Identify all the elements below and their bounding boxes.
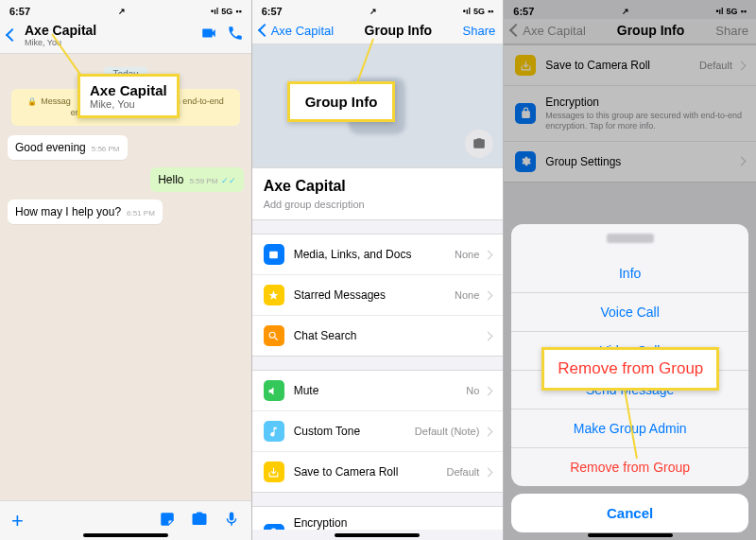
- share-button[interactable]: Share: [463, 24, 496, 38]
- action-remove-from-group[interactable]: Remove from Group: [511, 448, 748, 486]
- chevron-right-icon: [484, 290, 493, 300]
- navbar: Axe Capital Group Info Share: [504, 19, 756, 44]
- home-indicator[interactable]: [335, 533, 420, 537]
- chat-search-row[interactable]: Chat Search: [252, 316, 504, 356]
- outgoing-message[interactable]: Hello5:59 PM ✓✓: [150, 167, 244, 192]
- group-name[interactable]: Axe Capital: [252, 168, 504, 199]
- read-receipt-icon: ✓✓: [221, 176, 236, 185]
- incoming-message[interactable]: How may I help you?6:51 PM: [8, 200, 163, 224]
- video-call-button[interactable]: [200, 25, 217, 45]
- message-row: Hello5:59 PM ✓✓: [8, 167, 244, 192]
- chevron-right-icon: [484, 250, 493, 259]
- message-row: How may I help you?6:51 PM: [8, 196, 244, 228]
- mute-row[interactable]: MuteNo: [252, 371, 504, 411]
- encryption-row: EncryptionMessages to this group are sec…: [504, 86, 756, 142]
- status-indicators: •ıl 5G ▪▪: [211, 7, 242, 16]
- voice-call-button[interactable]: [227, 25, 244, 45]
- callout: Group Info: [287, 81, 396, 122]
- chat-title[interactable]: Axe Capital: [25, 23, 96, 38]
- group-settings-row: Group Settings: [504, 142, 756, 182]
- status-bar: 6:57↗ •ıl 5G ▪▪: [0, 0, 251, 19]
- chevron-right-icon: [484, 386, 493, 395]
- chevron-left-icon: [6, 28, 19, 42]
- screen-actionsheet: 6:57↗ •ıl 5G ▪▪ Axe Capital Group Info S…: [504, 0, 756, 540]
- camera-button[interactable]: [465, 130, 493, 158]
- chevron-right-icon: [484, 467, 493, 477]
- incoming-message[interactable]: Good evening5:56 PM: [8, 135, 128, 160]
- back-button[interactable]: Axe Capital: [260, 24, 334, 38]
- status-time: 6:57: [9, 6, 30, 17]
- callout: Remove from Group: [541, 347, 719, 391]
- encryption-section: EncryptionMessages to this group are sec…: [252, 506, 504, 530]
- screen-group-info: 6:57↗ •ıl 5G ▪▪ Axe Capital Group Info S…: [252, 0, 505, 540]
- back-label: Axe Capital: [271, 24, 334, 38]
- chevron-right-icon: [484, 427, 493, 436]
- camera-button[interactable]: [191, 511, 208, 531]
- message-row: Good evening5:56 PM: [8, 131, 244, 164]
- status-indicators: •ıl 5G ▪▪: [715, 7, 747, 16]
- save-icon: [515, 55, 536, 76]
- media-section: Media, Links, and DocsNone Starred Messa…: [252, 234, 504, 357]
- status-bar: 6:57↗ •ıl 5G ▪▪: [252, 0, 504, 19]
- callout: Axe Capital Mike, You: [77, 74, 180, 118]
- back-button: Axe Capital: [511, 24, 585, 38]
- save-camera-roll-row: Save to Camera RollDefault: [504, 45, 756, 86]
- status-time: 6:57: [262, 6, 283, 17]
- starred-messages-row[interactable]: Starred MessagesNone: [252, 275, 504, 316]
- callout-title: Axe Capital: [90, 82, 167, 98]
- lock-icon: [515, 103, 536, 124]
- page-title: Group Info: [617, 23, 685, 38]
- encryption-row[interactable]: EncryptionMessages to this group are sec…: [252, 507, 504, 530]
- action-info[interactable]: Info: [511, 254, 748, 293]
- media-links-docs-row[interactable]: Media, Links, and DocsNone: [252, 235, 504, 275]
- page-title: Group Info: [365, 23, 433, 38]
- chevron-right-icon: [737, 61, 747, 70]
- star-icon: [264, 285, 284, 305]
- callout-title: Remove from Group: [558, 359, 703, 377]
- home-indicator[interactable]: [588, 533, 673, 537]
- chevron-left-icon: [258, 24, 271, 37]
- media-icon: [264, 244, 284, 265]
- cancel-button[interactable]: Cancel: [511, 494, 748, 532]
- actionsheet-header: [511, 224, 748, 254]
- navbar: Axe Capital Mike, You: [0, 19, 251, 54]
- lock-icon: 🔒: [27, 97, 37, 106]
- status-time: 6:57: [513, 6, 534, 17]
- chevron-right-icon: [737, 157, 747, 166]
- sticker-button[interactable]: [159, 511, 176, 531]
- chevron-right-icon: [484, 331, 493, 340]
- chevron-left-icon: [509, 24, 523, 37]
- gear-icon: [515, 151, 536, 172]
- settings-section: MuteNo Custom ToneDefault (Note) Save to…: [252, 370, 504, 493]
- chat-body[interactable]: Today 🔒 Messag xxxxxxxx xxxxxxxx ured wi…: [0, 54, 251, 509]
- mute-icon: [264, 380, 284, 401]
- back-label: Axe Capital: [523, 24, 585, 38]
- tone-icon: [264, 421, 284, 442]
- home-indicator[interactable]: [83, 533, 168, 537]
- screen-chat: 6:57↗ •ıl 5G ▪▪ Axe Capital Mike, You To…: [0, 0, 252, 540]
- svg-rect-0: [269, 251, 278, 258]
- save-icon: [264, 462, 284, 482]
- attach-button[interactable]: +: [11, 509, 24, 533]
- search-icon: [264, 325, 284, 346]
- mic-button[interactable]: [223, 511, 240, 531]
- status-bar: 6:57↗ •ıl 5G ▪▪: [504, 0, 756, 19]
- share-button: Share: [715, 24, 748, 38]
- status-indicators: •ıl 5G ▪▪: [463, 7, 494, 16]
- navbar: Axe Capital Group Info Share: [252, 19, 504, 44]
- action-voice-call[interactable]: Voice Call: [511, 293, 748, 332]
- group-description[interactable]: Add group description: [252, 199, 504, 219]
- lock-icon: [264, 524, 284, 530]
- custom-tone-row[interactable]: Custom ToneDefault (Note): [252, 411, 504, 452]
- save-camera-roll-row[interactable]: Save to Camera RollDefault: [252, 452, 504, 492]
- callout-title: Group Info: [305, 94, 378, 110]
- callout-subtitle: Mike, You: [90, 98, 167, 110]
